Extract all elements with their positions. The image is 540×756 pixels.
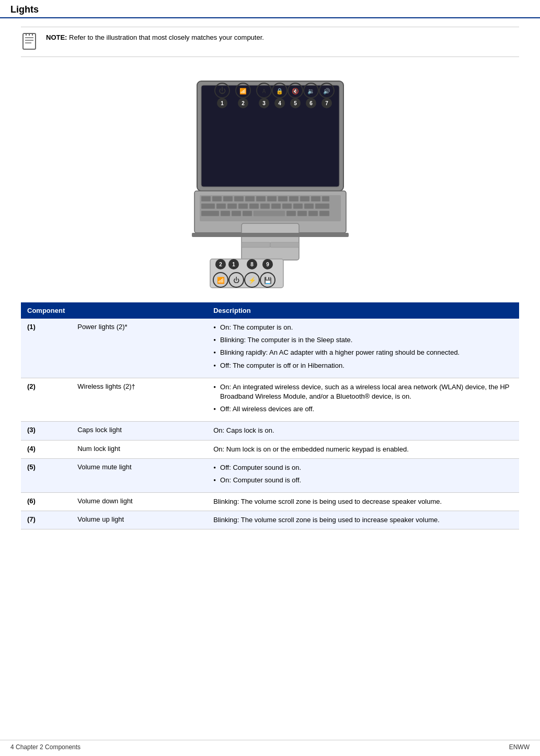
page-footer: 4 Chapter 2 Components ENWW — [0, 740, 540, 751]
svg-rect-31 — [293, 204, 303, 209]
svg-text:🔊: 🔊 — [323, 87, 330, 95]
component-name: Volume mute light — [71, 458, 207, 492]
svg-rect-43 — [242, 223, 299, 260]
svg-rect-40 — [297, 211, 307, 216]
svg-text:A: A — [262, 88, 266, 94]
svg-rect-26 — [238, 204, 248, 209]
col-header-component-name — [71, 302, 207, 319]
component-name: Num lock light — [71, 440, 207, 458]
component-description: On: Caps lock is on. — [207, 422, 519, 440]
svg-rect-21 — [311, 196, 320, 201]
description-bullet: Blinking rapidly: An AC adapter with a h… — [213, 348, 513, 357]
svg-text:2: 2 — [219, 262, 222, 267]
table-row: (6)Volume down lightBlinking: The volume… — [21, 493, 519, 511]
svg-text:4: 4 — [278, 100, 281, 106]
description-bullet: Off: The computer is off or in Hibernati… — [213, 361, 513, 370]
note-container: NOTE: Refer to the illustration that mos… — [21, 27, 519, 57]
description-text: On: Caps lock is on. — [213, 426, 513, 435]
component-description: Off: Computer sound is on.On: Computer s… — [207, 458, 519, 492]
svg-text:⏻: ⏻ — [233, 277, 239, 284]
svg-rect-12 — [212, 196, 222, 201]
component-id: (5) — [21, 458, 71, 492]
svg-rect-29 — [271, 204, 281, 209]
description-bullet: Blinking: The computer is in the Sleep s… — [213, 335, 513, 345]
component-description: On: Num lock is on or the embedded numer… — [207, 440, 519, 458]
component-description: Blinking: The volume scroll zone is bein… — [207, 511, 519, 529]
page-title: Lights — [10, 4, 39, 15]
description-bullet: Off: Computer sound is on. — [213, 463, 513, 472]
component-name: Volume down light — [71, 493, 207, 511]
component-id: (6) — [21, 493, 71, 511]
component-table: Component Description (1)Power lights (2… — [21, 302, 519, 529]
svg-rect-25 — [227, 204, 237, 209]
svg-rect-22 — [322, 196, 329, 201]
svg-rect-27 — [249, 204, 259, 209]
component-name: Caps lock light — [71, 422, 207, 440]
svg-text:🔒: 🔒 — [276, 87, 283, 95]
svg-rect-32 — [304, 204, 314, 209]
table-body: (1)Power lights (2)*On: The computer is … — [21, 319, 519, 529]
laptop-svg: ⏻ 📶 A 🔒 🔇 🔉 🔊 1 2 — [166, 65, 375, 292]
component-id: (1) — [21, 319, 71, 378]
svg-rect-16 — [256, 196, 266, 201]
col-header-description: Description — [207, 302, 519, 319]
description-bullet: On: The computer is on. — [213, 323, 513, 332]
svg-text:8: 8 — [250, 262, 254, 267]
svg-text:7: 7 — [325, 100, 328, 106]
table-row: (4)Num lock lightOn: Num lock is on or t… — [21, 440, 519, 458]
description-bullet: On: Computer sound is off. — [213, 476, 513, 485]
svg-rect-11 — [201, 196, 211, 201]
svg-rect-46 — [192, 233, 349, 237]
component-name: Wireless lights (2)† — [71, 378, 207, 422]
component-id: (7) — [21, 511, 71, 529]
component-description: On: The computer is on.Blinking: The com… — [207, 319, 519, 378]
svg-rect-33 — [315, 204, 329, 209]
svg-rect-36 — [232, 211, 241, 216]
table-header: Component Description — [21, 302, 519, 319]
svg-rect-17 — [267, 196, 277, 201]
svg-text:📶: 📶 — [216, 276, 224, 284]
svg-text:🔉: 🔉 — [307, 87, 315, 95]
component-description: Blinking: The volume scroll zone is bein… — [207, 493, 519, 511]
note-text: NOTE: Refer to the illustration that mos… — [46, 32, 264, 43]
col-header-component: Component — [21, 302, 71, 319]
svg-text:🔇: 🔇 — [292, 87, 299, 95]
svg-rect-15 — [245, 196, 255, 201]
svg-rect-14 — [234, 196, 244, 201]
footer-left: 4 Chapter 2 Components — [10, 743, 81, 751]
table-row: (5)Volume mute lightOff: Computer sound … — [21, 458, 519, 492]
svg-rect-19 — [289, 196, 298, 201]
svg-rect-39 — [286, 211, 296, 216]
svg-text:💾: 💾 — [263, 276, 271, 284]
description-text: On: Num lock is on or the embedded numer… — [213, 445, 513, 454]
table-row: (2)Wireless lights (2)†On: An integrated… — [21, 378, 519, 422]
svg-rect-0 — [23, 33, 36, 49]
svg-rect-45 — [270, 242, 299, 247]
note-content: Refer to the illustration that most clos… — [69, 33, 264, 41]
svg-rect-23 — [201, 204, 215, 209]
footer-right: ENWW — [509, 743, 530, 751]
svg-text:📶: 📶 — [239, 87, 247, 95]
component-name: Power lights (2)* — [71, 319, 207, 378]
svg-rect-13 — [223, 196, 233, 201]
svg-rect-24 — [216, 204, 226, 209]
component-name: Volume up light — [71, 511, 207, 529]
svg-text:5: 5 — [294, 100, 297, 106]
svg-rect-41 — [308, 211, 318, 216]
description-bullet: On: An integrated wireless device, such … — [213, 382, 513, 401]
description-text: Blinking: The volume scroll zone is bein… — [213, 515, 513, 525]
svg-text:3: 3 — [262, 100, 266, 106]
svg-rect-20 — [300, 196, 309, 201]
description-text: Blinking: The volume scroll zone is bein… — [213, 497, 513, 506]
component-description: On: An integrated wireless device, such … — [207, 378, 519, 422]
svg-rect-35 — [221, 211, 230, 216]
description-bullet: Off: All wireless devices are off. — [213, 404, 513, 414]
table-row: (7)Volume up lightBlinking: The volume s… — [21, 511, 519, 529]
component-id: (3) — [21, 422, 71, 440]
svg-rect-37 — [243, 211, 252, 216]
svg-text:⚡: ⚡ — [248, 276, 256, 284]
svg-rect-18 — [278, 196, 288, 201]
svg-rect-28 — [260, 204, 270, 209]
svg-text:2: 2 — [242, 100, 245, 106]
svg-text:6: 6 — [309, 100, 313, 106]
